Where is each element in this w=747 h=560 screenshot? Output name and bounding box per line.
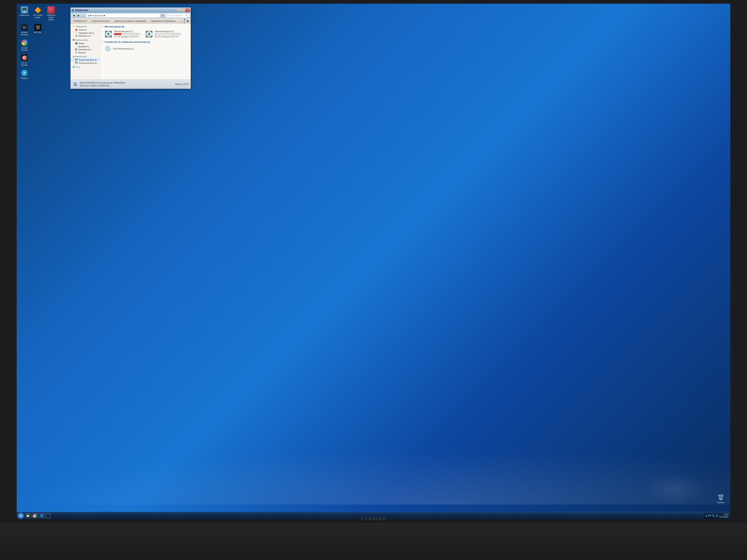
chrome-icon <box>21 39 28 46</box>
up-button[interactable]: ↑ <box>81 14 85 18</box>
refresh-button[interactable]: ↻ <box>161 14 165 18</box>
sidebar-item-documents[interactable]: 📄 Документы <box>71 45 100 48</box>
docs-icon: 📄 <box>75 45 78 48</box>
status-computer-name: WIN-2CKSQDRBOTG Рабочая группа: WORKGROU… <box>79 81 125 84</box>
cs16-icon-label: CS 1.6 Russian <box>19 62 30 66</box>
faststone-icon: 🌺 <box>47 6 55 14</box>
vlc-icon: 🔶 <box>34 6 42 14</box>
computer-icon-label: Компьютер <box>20 14 29 17</box>
computer-sidebar-icon: 🖥 <box>73 55 75 58</box>
screen-area: 🖥️ Компьютер 🔶 VLC media player 🌺 FastSt… <box>17 4 237 178</box>
toolbar-uninstall[interactable]: Удалить или изменить программу <box>113 20 148 22</box>
minimize-button[interactable]: — <box>177 8 181 12</box>
desktop-icon-aida64[interactable]: 64 AIDA64 Business <box>19 23 30 37</box>
sidebar-item-recent[interactable]: 🕐 Недавние места <box>71 31 100 34</box>
back-button[interactable]: ◀ <box>72 14 76 18</box>
sidebar-network-title[interactable]: 🌐 Сеть <box>71 65 100 69</box>
music-icon: 🎵 <box>75 51 78 54</box>
forward-button[interactable]: ▶ <box>77 14 81 18</box>
view-options[interactable]: ⊞ ▾ <box>184 18 185 24</box>
toolbar-organize[interactable]: Упорядочить ▾ <box>72 19 88 22</box>
drive-c-icon: 💽 <box>105 31 112 37</box>
search-field[interactable]: Поиск: Компьютер 🔍 <box>165 14 189 18</box>
sidebar-item-music[interactable]: 🎵 Музыка <box>71 51 100 54</box>
sidebar-item-downloads[interactable]: 📥 Загрузки <box>71 28 100 31</box>
telegram-icon: ✈ <box>21 69 28 77</box>
sidebar-section-network: 🌐 Сеть <box>71 65 100 69</box>
desktop-icon-mpcbe[interactable]: 🎬 MPC-BE <box>32 23 44 37</box>
cs16-icon: 🎯 <box>21 54 28 61</box>
right-panel: Жёсткие диски (2) 💽 Локальный диск (C:) <box>100 24 191 79</box>
removable-header: Устройства со съёмными носителями (1) <box>102 41 189 43</box>
maximize-button[interactable]: □ <box>181 8 185 12</box>
drive-items-container: 💽 Локальный диск (C:) 70,3 ГБ свободно и… <box>102 29 189 38</box>
help-button[interactable]: ? <box>190 20 191 22</box>
preview-pane[interactable]: ▣ <box>186 20 188 22</box>
sidebar-item-local-c[interactable]: 💾 Локальный диск (C: <box>71 58 100 61</box>
network-label: Сеть <box>76 66 81 68</box>
status-processor: Процессор: Intel(R) Core(TM)2 Duo ... <box>79 84 125 87</box>
hard-drives-title: Жёсткие диски (2) <box>104 25 124 28</box>
toolbar-more[interactable]: » <box>179 20 183 22</box>
removable-title: Устройства со съёмными носителями (1) <box>104 41 150 43</box>
address-field[interactable]: 🖥 ▶ Компьютер ▶ <box>86 14 160 18</box>
address-path: 🖥 ▶ Компьютер ▶ <box>87 14 105 17</box>
icon-row-3: Google Chrome <box>19 38 57 52</box>
icon-row-4: 🎯 CS 1.6 Russian <box>19 54 57 67</box>
recent-icon: 🕐 <box>75 32 78 34</box>
window-content: ⭐ Избранное 📥 Загрузки 🕐 Недавние места <box>71 24 191 79</box>
sidebar-item-video[interactable]: 🎬 Видео <box>71 42 100 45</box>
dvd-item[interactable]: 💿 DVD RW дисковод (E:) <box>102 45 189 52</box>
drive-d-bar <box>155 33 181 35</box>
sidebar-section-favorites: ⭐ Избранное 📥 Загрузки 🕐 Недавние места <box>71 25 100 37</box>
drive-d-icon: 💽 <box>146 31 153 37</box>
hard-drives-header: Жёсткие диски (2) <box>102 25 189 28</box>
drive-c-icon: 💾 <box>75 58 78 61</box>
status-ram: Память: 4,00 ГБ <box>175 83 189 85</box>
search-placeholder: Поиск: Компьютер <box>167 15 183 17</box>
sidebar-computer-title[interactable]: 🖥 Компьютер <box>71 55 100 58</box>
desktop-icon-cs16[interactable]: 🎯 CS 1.6 Russian <box>19 54 30 67</box>
desktop-icon-vlc[interactable]: 🔶 VLC media player <box>32 5 44 22</box>
desktop-icons-container: 🖥️ Компьютер 🔶 VLC media player 🌺 FastSt… <box>19 5 57 80</box>
window-titlebar: 🖥 Компьютер — □ ✕ <box>71 7 191 13</box>
chrome-icon-label: Google Chrome <box>19 47 30 51</box>
favorites-star-icon: ⭐ <box>73 25 75 28</box>
mpcbe-icon: 🎬 <box>34 24 41 31</box>
computer-icon: 🖥️ <box>21 6 28 14</box>
libraries-icon: 📚 <box>73 39 75 41</box>
toolbar-connect-drive[interactable]: Подключить сетевой диск <box>150 20 177 22</box>
address-arrow1: ▶ <box>90 14 92 17</box>
telegram-circle: ✈ <box>21 70 28 76</box>
drive-d-name: Локальный диск (D:) <box>155 30 181 32</box>
toolbar: Упорядочить ▾ Свойства системы Удалить и… <box>71 18 191 24</box>
drive-c-name: Локальный диск (C:) <box>114 30 140 32</box>
explorer-title-icon: 🖥 <box>72 9 74 12</box>
sidebar-favorites-title[interactable]: ⭐ Избранное <box>71 25 100 28</box>
search-icon: 🔍 <box>185 14 188 17</box>
drive-c-size: 70,3 ГБ свободно из 98,4 ГБ <box>114 36 140 38</box>
sidebar-section-libraries: 📚 Библиотеки 🎬 Видео 📄 Документы <box>71 38 100 54</box>
toolbar-system-props[interactable]: Свойства системы <box>91 20 111 22</box>
close-button[interactable]: ✕ <box>185 8 189 12</box>
aida64-icon-label: AIDA64 Business <box>19 31 30 36</box>
status-bar: 🖥 WIN-2CKSQDRBOTG Рабочая группа: WORKGR… <box>71 79 191 89</box>
video-icon: 🎬 <box>75 42 78 45</box>
laptop-shell: 🖥️ Компьютер 🔶 VLC media player 🌺 FastSt… <box>0 0 237 178</box>
sidebar-section-computer: 🖥 Компьютер 💾 Локальный диск (C: 💾 Локал… <box>71 55 100 64</box>
drive-d-item[interactable]: 💽 Локальный диск (D:) 367 ГБ свободно из… <box>145 29 182 38</box>
desktop-icon-faststone[interactable]: 🌺 FastStone Image Viewer <box>45 5 57 22</box>
window-controls: — □ ✕ <box>177 8 189 12</box>
desktop-icon-chrome[interactable]: Google Chrome <box>19 38 30 52</box>
desktop-icon-computer[interactable]: 🖥️ Компьютер <box>19 5 30 22</box>
sidebar-libraries-title[interactable]: 📚 Библиотеки <box>71 38 100 42</box>
drive-d-icon: 💾 <box>75 62 78 64</box>
desktop-icon-telegram[interactable]: ✈ Telegram <box>19 69 30 80</box>
icon-row-2: 64 AIDA64 Business 🎬 MPC-BE <box>19 23 57 37</box>
drive-d-info: Локальный диск (D:) 367 ГБ свободно из 3… <box>155 30 181 38</box>
sidebar-item-images[interactable]: 🖼 Изображения <box>71 48 100 51</box>
drive-c-item[interactable]: 💽 Локальный диск (C:) 70,3 ГБ свободно и… <box>104 29 141 38</box>
sidebar-item-local-d[interactable]: 💾 Локальный диск (D: <box>71 61 100 64</box>
sidebar-item-desktop[interactable]: 🖥 Рабочий стол <box>71 34 100 37</box>
vlc-icon-label: VLC media player <box>33 14 43 19</box>
